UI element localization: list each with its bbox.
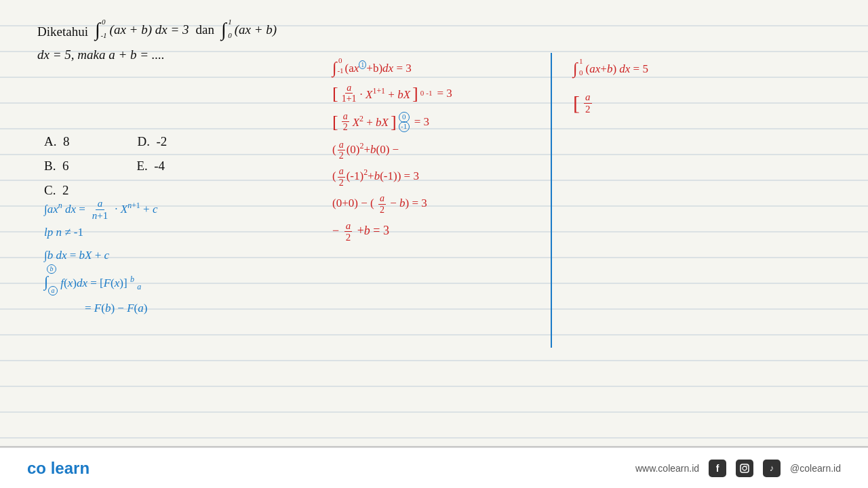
work-line-2: [ a 1+1 · X1+1 + bX ] 0 -1 = 3 xyxy=(332,83,452,104)
svg-point-19 xyxy=(743,466,747,470)
question-line2: dx = 5, maka a + b = .... xyxy=(37,47,165,62)
formula-1: ∫axn dx = a n+1 · Xn+1 + c xyxy=(44,198,157,221)
question-prefix: Diketahui xyxy=(37,24,88,39)
work-line-5: ( a 2 (-1)2+b(-1)) = 3 xyxy=(332,166,452,188)
formula-2: ∫b dx = bX + c xyxy=(44,244,157,267)
formula-condition: lp n ≠ -1 xyxy=(44,221,157,244)
integral2-expr: ∫ 1 0 (ax + b) xyxy=(220,19,277,41)
choices-block: A. 8 D. -2 B. 6 E. -4 C. 2 xyxy=(44,134,167,198)
formulas-block: ∫axn dx = a n+1 · Xn+1 + c lp n ≠ -1 ∫b … xyxy=(44,198,157,320)
work-right: ∫ 1 0 (ax+b) dx = 5 [ a 2 xyxy=(573,60,648,115)
choice-c: C. 2 xyxy=(44,183,167,198)
choice-a: A. 8 xyxy=(44,134,69,149)
footer-right: www.colearn.id f ♪ @colearn.id xyxy=(635,460,841,477)
choice-b: B. 6 xyxy=(44,159,68,174)
formula-3: ∫ b a f(x)dx = [F(x)] b a xyxy=(44,267,157,297)
choice-d: D. -2 xyxy=(137,134,167,149)
instagram-icon xyxy=(736,460,753,477)
choice-e: E. -4 xyxy=(136,159,165,174)
work-line-7: − a 2 +b = 3 xyxy=(332,220,452,243)
tiktok-icon: ♪ xyxy=(763,460,781,477)
right-line-1: ∫ 1 0 (ax+b) dx = 5 xyxy=(573,60,648,78)
question-block: Diketahui ∫ 0 -1 (ax + b) dx = 3 dan ∫ 1… xyxy=(37,19,277,62)
social-handle: @colearn.id xyxy=(790,463,841,474)
formula-4: = F(b) − F(a) xyxy=(85,297,157,320)
work-line-3: [ a 2 X2 + bX ] 0 -1 = 3 xyxy=(332,111,452,133)
work-middle: ∫ 0 -1 (ax1+b)dx = 3 [ a 1+1 · X1+1 + bX… xyxy=(332,60,452,243)
website-url: www.colearn.id xyxy=(635,463,699,474)
svg-point-20 xyxy=(747,465,748,466)
work-line-1: ∫ 0 -1 (ax1+b)dx = 3 xyxy=(332,60,452,76)
vertical-divider xyxy=(551,53,552,348)
brand-logo: co learn xyxy=(27,459,90,478)
facebook-icon: f xyxy=(709,460,726,477)
svg-rect-18 xyxy=(741,464,749,472)
work-line-4: ( a 2 (0)2+b(0) − xyxy=(332,140,452,161)
right-line-2: [ a 2 xyxy=(573,92,648,115)
integral1-expr: ∫ 0 -1 (ax + b) dx = 3 dan xyxy=(94,19,214,41)
footer: co learn www.colearn.id f ♪ @colearn.id xyxy=(0,447,868,488)
work-line-6: (0+0) − ( a 2 − b) = 3 xyxy=(332,193,452,215)
